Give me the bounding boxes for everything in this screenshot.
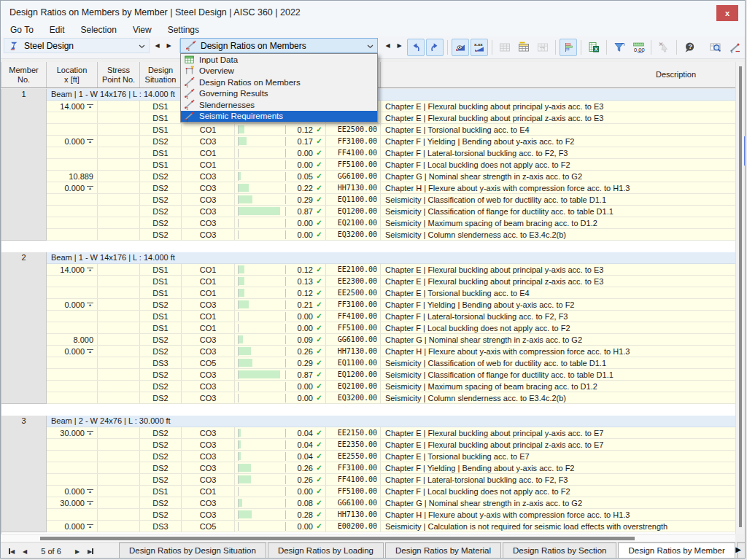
menu-item-settings[interactable]: Settings bbox=[160, 24, 207, 36]
table-row[interactable]: DS1CO10.00✓FF4100.00Chapter F | Lateral-… bbox=[47, 311, 735, 322]
table-row[interactable]: DS2CO30.00✓EQ2100.00Seismicity | Maximum… bbox=[47, 381, 735, 392]
table-row[interactable]: 0.000▲DS1CO10.00✓FF5100.00Chapter F | Lo… bbox=[47, 486, 735, 497]
decimal-places-icon[interactable]: 0,00 bbox=[630, 39, 647, 56]
table-select-combo[interactable]: I Design Ratios on Members bbox=[180, 38, 378, 53]
table-row[interactable]: 10.889DS2CO30.05✓GG6100.00Chapter G | No… bbox=[47, 171, 735, 182]
help-icon[interactable]: ? bbox=[681, 39, 698, 56]
tab-design-ratios-by-design-situation[interactable]: Design Ratios by Design Situation bbox=[119, 542, 266, 559]
group-header-row[interactable]: Beam | 1 - W 14x176 | L : 14.000 ft bbox=[47, 252, 735, 264]
table-row[interactable]: DS1CO10.00✓FF5100.00Chapter F | Local bu… bbox=[47, 322, 735, 334]
group-header-row[interactable]: Beam | 1 - W 14x176 | L : 14.000 ft bbox=[47, 89, 735, 101]
dropdown-item-design-ratios-on-members[interactable]: IDesign Ratios on Members bbox=[181, 77, 377, 88]
table-prev-button[interactable]: ◀ bbox=[382, 38, 393, 53]
menu-item-go-to[interactable]: Go To bbox=[2, 24, 42, 36]
table-plain-icon[interactable] bbox=[496, 39, 514, 56]
table-row[interactable]: DS2CO30.87✓EQ1200.00Seismicity | Classif… bbox=[47, 369, 735, 381]
delete-cursor-icon[interactable] bbox=[655, 39, 673, 56]
check-ok-icon: ✓ bbox=[313, 219, 325, 227]
table-rows-icon[interactable] bbox=[515, 39, 533, 56]
table-row[interactable]: DS1CO10.13✓EE2300.00Chapter E | Flexural… bbox=[47, 276, 735, 287]
dropdown-item-governing-results[interactable]: IGoverning Results bbox=[181, 88, 377, 100]
table-row[interactable]: DS2CO30.00✓EQ3200.00Seismicity | Column … bbox=[47, 392, 735, 404]
first-page-button[interactable]: ◀ bbox=[5, 545, 18, 558]
table-row[interactable]: DS2CO30.29✓EQ1100.00Seismicity | Classif… bbox=[47, 194, 735, 206]
table-row[interactable]: 0.000▲DS3CO50.00✓E00200.00Seismicity | C… bbox=[47, 521, 735, 532]
table-row[interactable]: 14.000▲DS1CO10.12✓EE2100.00Chapter E | F… bbox=[47, 264, 735, 276]
check-ok-icon: ✓ bbox=[313, 160, 325, 168]
cell-description: Chapter E | Flexural buckling about prin… bbox=[381, 112, 735, 123]
prev-page-button[interactable]: ◀ bbox=[18, 545, 31, 558]
ratio-bar bbox=[239, 510, 252, 518]
module-select-combo[interactable]: Steel Design bbox=[4, 38, 150, 53]
column-header-text: Member bbox=[9, 66, 38, 75]
horizontal-scrollbar[interactable] bbox=[1, 534, 735, 542]
view-results-icon[interactable] bbox=[452, 39, 469, 56]
table-row[interactable]: 8.000DS2CO30.09✓GG6100.00Chapter G | Nom… bbox=[47, 334, 735, 346]
horizontal-scrollbar-thumb[interactable] bbox=[40, 537, 635, 540]
menu-item-view[interactable]: View bbox=[125, 24, 160, 36]
tab-design-ratios-by-section[interactable]: Design Ratios by Section bbox=[503, 542, 616, 559]
check-ok-icon: ✓ bbox=[313, 265, 325, 273]
tab-design-ratios-by-loading[interactable]: Design Ratios by Loading bbox=[268, 542, 384, 559]
vertical-scrollbar[interactable] bbox=[735, 62, 744, 534]
table-row[interactable]: 30.000▲DS2CO30.08✓GG6100.00Chapter G | N… bbox=[47, 497, 735, 509]
table-row[interactable]: DS1CO10.00✓FF4100.00Chapter F | Lateral-… bbox=[47, 147, 735, 159]
module-prev-button[interactable]: ◀ bbox=[152, 38, 163, 53]
table-row[interactable]: DS3CO50.29✓EQ1100.00Seismicity | Classif… bbox=[47, 357, 735, 369]
dropdown-item-seismic-requirements[interactable]: ISeismic Requirements bbox=[181, 111, 377, 122]
table-row[interactable]: 0.000▲DS2CO30.21✓FF3100.00Chapter F | Yi… bbox=[47, 299, 735, 311]
tab-design-ratios-by-material[interactable]: Design Ratios by Material bbox=[385, 542, 501, 559]
member-number-cell[interactable]: 1 bbox=[1, 89, 47, 241]
excel-export-icon[interactable]: X bbox=[585, 39, 603, 56]
table-row[interactable]: 14.000▲DS1Chapter E | Flexural buckling … bbox=[47, 101, 735, 112]
table-row[interactable]: DS2CO30.87✓EQ1200.00Seismicity | Classif… bbox=[47, 206, 735, 217]
table-row[interactable]: DS1Chapter E | Flexural buckling about p… bbox=[47, 112, 735, 124]
menu-item-selection[interactable]: Selection bbox=[73, 24, 125, 36]
table-row[interactable]: 0.000▲DS2CO30.22✓HH7130.00Chapter H | Fl… bbox=[47, 182, 735, 194]
filter-icon[interactable] bbox=[611, 39, 628, 56]
table-row[interactable]: DS2CO30.26✓FF3100.00Chapter F | Yielding… bbox=[47, 462, 735, 474]
table-export-icon[interactable] bbox=[534, 39, 551, 56]
vertical-scrollbar-thumb[interactable] bbox=[739, 66, 742, 527]
table-row[interactable]: 0.000▲DS2CO30.26✓HH7130.00Chapter H | Fl… bbox=[47, 346, 735, 357]
page-indicator: 5 of 6 bbox=[31, 547, 71, 556]
cell-description: Seismicity | Maximum spacing of beam bra… bbox=[381, 381, 735, 392]
member-number-cell[interactable]: 3 bbox=[1, 416, 47, 532]
table-row[interactable]: 0.000▲DS2CO30.17✓FF3100.00Chapter F | Yi… bbox=[47, 136, 735, 147]
cell-check-formula: EQ3200.00 bbox=[326, 392, 381, 403]
cell-loading: CO3 bbox=[182, 451, 235, 462]
member-number-cell[interactable]: 2 bbox=[1, 252, 47, 404]
search-table-icon[interactable] bbox=[707, 39, 724, 56]
redo-icon[interactable] bbox=[426, 39, 444, 56]
dropdown-item-input-data[interactable]: Input Data bbox=[181, 54, 377, 66]
undo-icon[interactable] bbox=[407, 39, 425, 56]
table-row[interactable]: DS2CO30.28✓HH7130.00Chapter H | Flexure … bbox=[47, 509, 735, 521]
last-page-button[interactable]: ▶ bbox=[84, 545, 97, 558]
column-header-text: x [ft] bbox=[64, 75, 80, 85]
tab-design-ratios-by-member[interactable]: Design Ratios by Member bbox=[618, 542, 735, 559]
member-check-icon[interactable]: I bbox=[726, 39, 743, 56]
tab-scroll-right-icon[interactable]: ▶ bbox=[735, 545, 741, 553]
table-row[interactable]: DS1CO10.12✓EE2500.00Chapter E | Torsiona… bbox=[47, 287, 735, 299]
table-row[interactable]: DS1CO10.00✓FF5100.00Chapter F | Local bu… bbox=[47, 159, 735, 171]
cell-design-situation: DS2 bbox=[140, 334, 182, 345]
table-next-button[interactable]: ▶ bbox=[394, 38, 405, 53]
table-row[interactable]: DS2CO30.04✓EE2350.00Chapter E | Flexural… bbox=[47, 439, 735, 451]
next-page-button[interactable]: ▶ bbox=[71, 545, 84, 558]
table-row[interactable]: DS1CO10.12✓EE2500.00Chapter E | Torsiona… bbox=[47, 124, 735, 136]
group-header-row[interactable]: Beam | 2 - W 24x76 | L : 30.000 ft bbox=[47, 416, 735, 427]
menu-item-edit[interactable]: Edit bbox=[42, 24, 73, 36]
module-next-button[interactable]: ▶ bbox=[163, 38, 174, 53]
more-icon[interactable]: » bbox=[745, 39, 746, 56]
show-values-icon[interactable]: x.xx bbox=[471, 39, 488, 56]
cell-location bbox=[47, 311, 98, 322]
dropdown-item-slendernesses[interactable]: ISlendernesses bbox=[181, 99, 377, 111]
table-row[interactable]: DS2CO30.04✓EE2550.00Chapter E | Torsiona… bbox=[47, 451, 735, 462]
dropdown-item-overview[interactable]: Overview bbox=[181, 66, 377, 77]
table-row[interactable]: DS2CO30.26✓FF4100.00Chapter F | Lateral-… bbox=[47, 474, 735, 486]
table-row[interactable]: DS2CO30.00✓EQ3200.00Seismicity | Column … bbox=[47, 229, 735, 241]
result-diagram-icon[interactable] bbox=[560, 39, 577, 56]
close-button[interactable]: x bbox=[716, 5, 738, 21]
table-row[interactable]: DS2CO30.00✓EQ2100.00Seismicity | Maximum… bbox=[47, 217, 735, 229]
table-row[interactable]: 30.000▲DS2CO30.04✓EE2150.00Chapter E | F… bbox=[47, 427, 735, 439]
